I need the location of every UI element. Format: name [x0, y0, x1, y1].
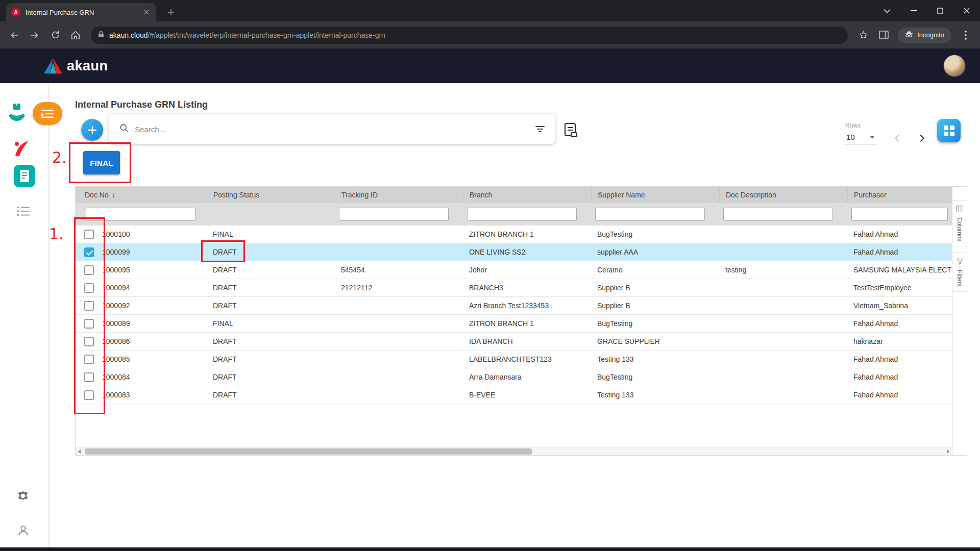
- filter-input-purchaser[interactable]: [851, 208, 948, 221]
- row-checkbox[interactable]: [84, 247, 94, 257]
- home-button[interactable]: [66, 26, 85, 44]
- filter-input-doc-no[interactable]: [86, 208, 195, 221]
- scroll-left-arrow-icon[interactable]: [76, 447, 84, 456]
- bookmark-star-icon[interactable]: [854, 26, 872, 44]
- table-row[interactable]: 1000095DRAFT545454JohorCeramotestingSAMS…: [76, 261, 952, 279]
- column-header-supplier-name[interactable]: Supplier Name: [591, 187, 719, 203]
- cell-posting-status: DRAFT: [207, 297, 335, 314]
- next-page-button[interactable]: [915, 131, 929, 145]
- back-button[interactable]: [5, 26, 23, 44]
- column-header-posting-status[interactable]: Posting Status: [207, 187, 335, 203]
- table-row[interactable]: 1000083DRAFTB-EVEETesting 133Fahad Ahmad: [76, 386, 952, 404]
- columns-panel-tab[interactable]: Columns: [952, 200, 967, 246]
- caret-down-icon: [870, 136, 875, 139]
- row-checkbox[interactable]: [84, 390, 94, 400]
- listing-report-icon[interactable]: [564, 122, 578, 140]
- menu-expand-pill[interactable]: [33, 102, 62, 125]
- cell-tracking-id: 545454: [335, 261, 463, 279]
- filter-input-doc-description[interactable]: [723, 208, 833, 221]
- cell-purchaser: Fahad Ahmad: [847, 350, 952, 368]
- minimize-button[interactable]: [900, 0, 927, 21]
- browser-tab[interactable]: A Internal Purchase GRN: [6, 3, 156, 21]
- tab-close-icon[interactable]: [142, 8, 151, 17]
- cell-branch: ZITRON BRANCH 1: [463, 315, 591, 332]
- maximize-button[interactable]: [927, 0, 953, 21]
- close-window-button[interactable]: [953, 0, 980, 21]
- column-header-purchaser[interactable]: Purchaser: [847, 187, 952, 203]
- filters-panel-tab[interactable]: Filters: [952, 253, 967, 292]
- cell-doc-no: 1000092: [96, 297, 207, 314]
- create-new-button[interactable]: [81, 119, 103, 141]
- row-checkbox[interactable]: [84, 230, 94, 239]
- filter-list-icon[interactable]: [535, 126, 545, 132]
- applet-hand-box-icon[interactable]: [6, 102, 28, 127]
- cell-posting-status: DRAFT: [207, 350, 335, 368]
- cell-doc-no: 1000100: [96, 226, 207, 243]
- bottom-edge-bar: [0, 547, 980, 551]
- cell-supplier-name: BugTesting: [591, 368, 719, 386]
- url-domain: akaun.cloud: [109, 31, 148, 39]
- column-header-doc-no[interactable]: Doc No ↓: [76, 187, 207, 203]
- column-header-tracking-id[interactable]: Tracking ID: [335, 187, 463, 203]
- filter-cell-doc-description: [719, 208, 847, 221]
- table-row[interactable]: 1000092DRAFTAzri Branch Test1233453Suppl…: [76, 297, 952, 315]
- search-icon: [119, 123, 129, 135]
- row-checkbox[interactable]: [84, 372, 94, 382]
- address-bar[interactable]: akaun.cloud/#/applet/tnt/wavelet/erp/int…: [91, 27, 848, 44]
- forward-button[interactable]: [26, 26, 44, 44]
- profile-person-icon[interactable]: [17, 524, 30, 539]
- cell-doc-no: 1000095: [96, 261, 207, 279]
- window-controls: [874, 0, 980, 21]
- indent-menu-icon: [41, 109, 54, 118]
- row-checkbox[interactable]: [84, 337, 94, 346]
- row-checkbox[interactable]: [84, 301, 94, 311]
- cell-tracking-id: [335, 350, 463, 368]
- rows-per-page-select[interactable]: 10: [844, 130, 877, 144]
- scroll-right-arrow-icon[interactable]: [944, 447, 952, 456]
- row-checkbox[interactable]: [84, 283, 94, 293]
- cell-branch: ZITRON BRANCH 1: [463, 226, 591, 243]
- table-row[interactable]: 1000099DRAFTONE LIVING SS2supplier AAAFa…: [76, 243, 952, 261]
- user-avatar[interactable]: [943, 55, 966, 77]
- cell-supplier-name: Ceramo: [591, 261, 719, 279]
- filter-input-supplier-name[interactable]: [595, 208, 705, 221]
- search-bar[interactable]: Search...: [109, 114, 555, 144]
- table-row[interactable]: 1000085DRAFTLABELBRANCHTEST123Testing 13…: [76, 350, 952, 368]
- horizontal-scrollbar[interactable]: [76, 447, 952, 455]
- sort-desc-icon[interactable]: ↓: [112, 191, 115, 199]
- previous-page-button[interactable]: [890, 131, 904, 145]
- reload-button[interactable]: [46, 26, 64, 44]
- document-app-icon[interactable]: [14, 165, 35, 187]
- list-menu-icon[interactable]: [17, 206, 30, 218]
- table-row[interactable]: 1000100FINALZITRON BRANCH 1BugTestingFah…: [76, 226, 952, 243]
- scrollbar-thumb[interactable]: [85, 448, 532, 455]
- table-row[interactable]: 1000084DRAFTArra DamansaraBugTestingFaha…: [76, 368, 952, 386]
- column-header-doc-description[interactable]: Doc Description: [719, 187, 847, 203]
- table-row[interactable]: 1000086DRAFTIDA BRANCHGRACE SUPPLIERhakn…: [76, 333, 952, 350]
- filter-input-tracking-id[interactable]: [339, 208, 449, 221]
- table-body: 1000100FINALZITRON BRANCH 1BugTestingFah…: [76, 226, 952, 404]
- new-tab-button[interactable]: [163, 5, 179, 20]
- browser-menu-kebab-icon[interactable]: [957, 26, 975, 44]
- row-checkbox[interactable]: [84, 319, 94, 329]
- red-app-icon[interactable]: [12, 139, 31, 160]
- side-panel-icon[interactable]: [874, 26, 893, 44]
- cell-posting-status: DRAFT: [207, 279, 335, 296]
- cell-doc-description: [719, 243, 847, 261]
- column-header-branch[interactable]: Branch: [463, 187, 591, 203]
- final-button[interactable]: FINAL: [83, 151, 120, 174]
- grid-view-button[interactable]: [937, 119, 961, 142]
- settings-gear-icon[interactable]: [16, 489, 30, 505]
- table-row[interactable]: 1000094DRAFT21212112BRANCH3Supplier BTes…: [76, 279, 952, 297]
- filter-input-branch[interactable]: [467, 208, 577, 221]
- akaun-logo[interactable]: akaun: [44, 48, 108, 83]
- row-checkbox[interactable]: [84, 355, 94, 364]
- search-input[interactable]: Search...: [135, 125, 529, 134]
- row-checkbox[interactable]: [84, 265, 94, 275]
- cell-doc-description: [719, 279, 847, 296]
- table-row[interactable]: 1000089FINALZITRON BRANCH 1BugTestingFah…: [76, 315, 952, 333]
- cell-branch: Arra Damansara: [463, 368, 591, 386]
- cell-posting-status: DRAFT: [207, 333, 335, 350]
- tab-search-chevron-icon[interactable]: [874, 0, 900, 21]
- scrollbar-track[interactable]: [84, 447, 944, 456]
